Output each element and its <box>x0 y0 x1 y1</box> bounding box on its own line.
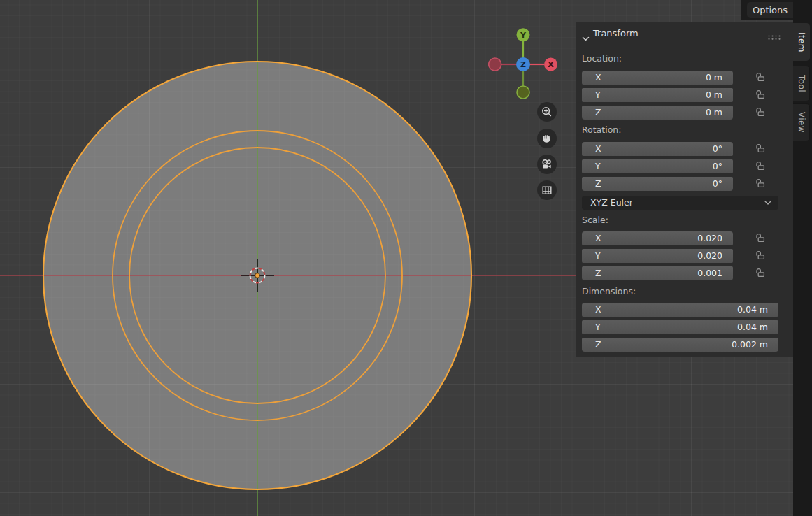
unlock-icon[interactable] <box>755 250 766 261</box>
axis-label: Y <box>595 250 601 261</box>
field-value: 0.020 <box>697 250 722 261</box>
sidebar-transform-panel: Transform Location: X 0 m Y 0 m Z 0 m <box>576 22 793 357</box>
rotation-z-field[interactable]: Z 0° <box>582 177 733 191</box>
axis-label: Y <box>595 161 601 171</box>
axis-label: Z <box>595 178 601 189</box>
field-value: 0° <box>713 178 722 189</box>
field-value: 0.04 m <box>737 304 768 315</box>
location-y-field[interactable]: Y 0 m <box>582 88 733 102</box>
blender-window: Options Y X Z <box>0 0 812 516</box>
axis-label: X <box>595 143 601 154</box>
rotation-x-field[interactable]: X 0° <box>582 142 733 156</box>
camera-icon <box>541 158 553 171</box>
gizmo-neg-x-ball[interactable] <box>489 58 501 71</box>
tab-item-label: Item <box>797 32 806 52</box>
zoom-tool-button[interactable] <box>537 102 557 122</box>
axis-label: X <box>595 233 601 243</box>
field-value: 0 m <box>706 72 722 83</box>
axis-label: X <box>595 304 601 315</box>
axis-label: Y <box>595 322 601 332</box>
tab-tool[interactable]: Tool <box>793 66 810 101</box>
options-label: Options <box>753 5 788 15</box>
gizmo-y-label: Y <box>520 31 527 40</box>
gizmo-neg-y-ball[interactable] <box>517 86 529 99</box>
unlock-icon[interactable] <box>755 71 766 83</box>
gizmo-y-ball[interactable]: Y <box>517 28 530 41</box>
pan-hand-icon <box>541 132 553 145</box>
panel-title[interactable]: Transform <box>593 28 639 38</box>
navigation-gizmo[interactable]: Y X Z <box>488 26 558 103</box>
pan-tool-button[interactable] <box>537 129 557 148</box>
axis-label: X <box>595 72 601 83</box>
unlock-icon[interactable] <box>755 143 766 154</box>
field-value: 0 m <box>706 107 722 117</box>
gizmo-z-label: Z <box>520 60 526 69</box>
drag-grip-icon[interactable] <box>767 30 782 43</box>
axis-label: Z <box>595 107 601 117</box>
field-value: 0.04 m <box>737 322 768 332</box>
gizmo-x-ball[interactable]: X <box>544 58 557 71</box>
grid-ortho-icon <box>541 184 553 196</box>
gizmo-x-label: X <box>548 60 554 69</box>
field-value: 0.020 <box>697 233 722 243</box>
dimensions-section-label: Dimensions: <box>582 286 636 296</box>
field-value: 0.001 <box>697 268 722 278</box>
chevron-down-icon <box>764 201 771 205</box>
location-z-field[interactable]: Z 0 m <box>582 106 733 120</box>
unlock-icon[interactable] <box>755 178 766 189</box>
axis-label: Z <box>595 268 601 278</box>
ortho-grid-button[interactable] <box>537 180 557 200</box>
zoom-icon <box>541 106 553 118</box>
rotation-mode-dropdown[interactable]: XYZ Euler <box>582 196 778 210</box>
location-x-field[interactable]: X 0 m <box>582 71 733 85</box>
panel-collapse-chevron-icon[interactable] <box>582 31 590 44</box>
camera-view-button[interactable] <box>537 155 557 174</box>
axis-label: Z <box>595 339 601 350</box>
dimensions-z-field[interactable]: Z 0.002 m <box>582 338 778 352</box>
scale-z-field[interactable]: Z 0.001 <box>582 266 733 280</box>
scale-y-field[interactable]: Y 0.020 <box>582 249 733 263</box>
unlock-icon[interactable] <box>755 160 766 171</box>
axis-label: Y <box>595 89 601 100</box>
location-section-label: Location: <box>582 53 622 64</box>
unlock-icon[interactable] <box>755 106 766 117</box>
dimensions-y-field[interactable]: Y 0.04 m <box>582 320 778 334</box>
field-value: 0 m <box>706 89 722 100</box>
field-value: 0° <box>713 143 722 154</box>
tab-view[interactable]: View <box>793 103 810 141</box>
scale-section-label: Scale: <box>582 215 608 225</box>
rotation-section-label: Rotation: <box>582 124 622 135</box>
tab-view-label: View <box>797 112 806 133</box>
tab-tool-label: Tool <box>797 75 806 92</box>
scale-x-field[interactable]: X 0.020 <box>582 231 733 245</box>
dimensions-x-field[interactable]: X 0.04 m <box>582 303 778 317</box>
field-value: 0.002 m <box>732 339 768 350</box>
field-value: 0° <box>713 161 722 171</box>
rotation-y-field[interactable]: Y 0° <box>582 159 733 173</box>
sidebar-tab-strip: Item Tool View <box>793 0 812 516</box>
object-origin-dot <box>255 273 260 278</box>
unlock-icon[interactable] <box>755 267 766 278</box>
rotation-mode-value: XYZ Euler <box>590 197 633 208</box>
gizmo-z-ball[interactable]: Z <box>516 57 530 71</box>
unlock-icon[interactable] <box>755 232 766 243</box>
unlock-icon[interactable] <box>755 89 766 100</box>
tab-item[interactable]: Item <box>793 23 810 61</box>
